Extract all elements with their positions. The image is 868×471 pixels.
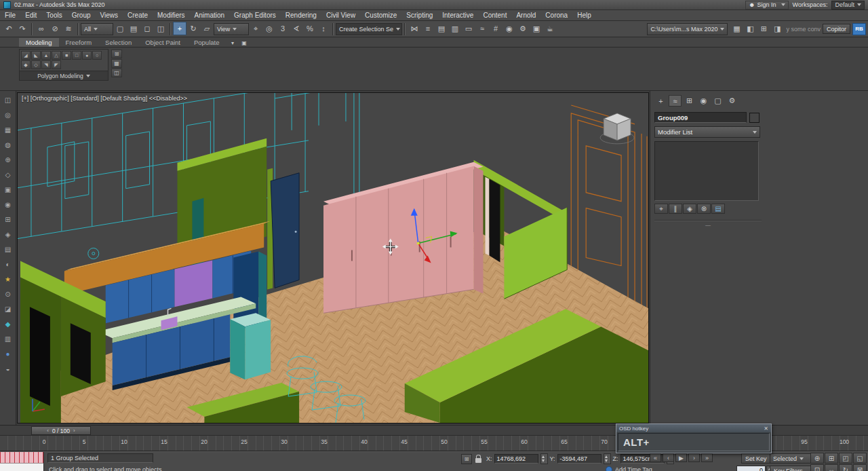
menu-corona[interactable]: Corona (540, 12, 572, 19)
x-spinner[interactable] (540, 453, 548, 464)
zoom-extents-all-icon[interactable]: ◱ (853, 453, 867, 464)
curve-editor-icon[interactable]: ≈ (475, 22, 489, 35)
ribbon-tab-object-paint[interactable]: Object Paint (138, 38, 187, 47)
create-tab-icon[interactable]: + (654, 95, 667, 107)
select-by-name-icon[interactable]: ▤ (127, 22, 140, 36)
hierarchy-tab-icon[interactable]: ⊞ (683, 95, 696, 107)
ribbon-tool-icon-11[interactable]: ◥ (41, 60, 51, 69)
ribbon-tool-icon-9[interactable]: ◆ (21, 60, 31, 69)
go-to-end-icon[interactable]: » (701, 453, 713, 462)
menu-rendering[interactable]: Rendering (281, 12, 321, 19)
side-tool-1-icon[interactable]: ◫ (2, 94, 14, 106)
snaps-toggle-icon[interactable]: 3 (276, 22, 290, 35)
rectangular-selection-icon[interactable]: ◻ (140, 22, 154, 36)
side-tool-17-icon[interactable]: ▥ (2, 333, 14, 345)
selection-filter-dropdown[interactable]: All (81, 23, 113, 35)
side-tool-7-icon[interactable]: ▣ (2, 183, 14, 195)
remove-modifier-icon[interactable]: ⊗ (697, 204, 711, 214)
make-unique-icon[interactable]: ◈ (683, 204, 696, 214)
display-tab-icon[interactable]: ▢ (711, 95, 724, 107)
close-icon[interactable]: ✕ (764, 426, 768, 432)
ribbon-tool-icon-2[interactable]: ◣ (31, 51, 41, 60)
side-tool-11-icon[interactable]: ▤ (2, 243, 14, 255)
side-tool-13-icon[interactable]: ★ (2, 273, 14, 285)
frame-forward-arrow[interactable]: › (73, 428, 75, 434)
side-tool-19-icon[interactable]: ◒ (2, 362, 14, 375)
menu-customize[interactable]: Customize (360, 12, 401, 19)
motion-tab-icon[interactable]: ◉ (697, 95, 710, 107)
select-object-icon[interactable]: ▢ (113, 22, 127, 36)
x-coordinate-field[interactable]: 14768,692 (494, 454, 538, 464)
side-tool-9-icon[interactable]: ⊞ (2, 213, 14, 225)
ribbon-tab-populate[interactable]: Populate (187, 38, 226, 47)
menu-animation[interactable]: Animation (190, 12, 229, 19)
add-time-tag[interactable]: Add Time Tag (606, 466, 652, 471)
spinner-snap-icon[interactable]: ↕ (317, 22, 330, 35)
percent-snap-icon[interactable]: % (303, 22, 317, 35)
side-tool-18-icon[interactable]: ● (2, 347, 14, 360)
ribbon-config-icon[interactable]: ▣ (239, 39, 249, 47)
zoom-icon[interactable]: ⊕ (810, 453, 824, 464)
scene-explorer-icon[interactable]: ▤ (435, 22, 448, 36)
viewport-label[interactable]: [+] [Orthographic] [Standard] [Default S… (22, 95, 187, 102)
side-tool-15-icon[interactable]: ◪ (2, 303, 14, 315)
use-pivot-point-icon[interactable]: ⌖ (249, 22, 262, 36)
go-to-start-icon[interactable]: « (650, 453, 661, 462)
schematic-view-icon[interactable]: # (489, 22, 502, 35)
ribbon-tab-modeling[interactable]: Modeling (19, 38, 59, 47)
ribbon-tab-freeform[interactable]: Freeform (59, 38, 99, 47)
use-selection-center-icon[interactable]: ◎ (262, 22, 276, 36)
key-filter-selected-dropdown[interactable]: Selected (770, 453, 814, 464)
maximize-viewport-toggle-icon[interactable]: ⊠ (853, 464, 867, 471)
utilities-tab-icon[interactable]: ⚙ (726, 95, 738, 107)
side-tool-4-icon[interactable]: ◍ (2, 138, 14, 151)
rb-button[interactable]: RB (852, 23, 866, 35)
modifier-stack[interactable] (654, 141, 759, 201)
menu-help[interactable]: Help (572, 12, 596, 19)
next-frame-icon[interactable]: › (688, 453, 700, 462)
ribbon-tool-icon-6[interactable]: □ (72, 51, 81, 60)
menu-civil-view[interactable]: Civil View (321, 12, 360, 19)
material-editor-icon[interactable]: ◉ (502, 22, 516, 36)
side-tool-6-icon[interactable]: ◇ (2, 168, 14, 181)
configure-modifier-sets-icon[interactable]: ▤ (711, 204, 725, 214)
reference-coordinate-dropdown[interactable]: View (214, 23, 249, 35)
side-tool-2-icon[interactable]: ◎ (2, 109, 14, 121)
viewport-scene[interactable] (18, 93, 648, 423)
menu-modifiers[interactable]: Modifiers (153, 12, 190, 19)
ribbon-tool-icon-4[interactable]: △ (52, 51, 61, 60)
toolbar-extra-icon-3[interactable]: ⊞ (757, 22, 770, 36)
previous-frame-icon[interactable]: ‹ (663, 453, 674, 462)
select-and-move-icon[interactable]: + (173, 22, 186, 35)
toolbar-extra-icon-2[interactable]: ◧ (743, 22, 757, 36)
select-and-rotate-icon[interactable]: ↻ (186, 22, 200, 36)
menu-arnold[interactable]: Arnold (511, 12, 540, 19)
ribbon-tool-icon-12[interactable]: ◤ (52, 60, 61, 69)
modify-tab-icon[interactable]: ≈ (669, 95, 682, 107)
menu-views[interactable]: Views (96, 12, 123, 19)
polygon-modeling-panel-label[interactable]: Polygon Modeling (20, 71, 108, 80)
project-folder-dropdown[interactable]: C:\Users\m...s Max 2020 (647, 23, 728, 35)
toolbar-extra-icon-4[interactable]: ◨ (770, 22, 784, 36)
align-icon[interactable]: ≡ (421, 22, 435, 35)
menu-scripting[interactable]: Scripting (401, 12, 437, 19)
zoom-region-icon[interactable]: ⊡ (810, 464, 824, 471)
y-coordinate-field[interactable]: -3594,487 (557, 454, 601, 464)
window-crossing-icon[interactable]: ◫ (154, 22, 167, 36)
workspaces-dropdown[interactable]: Default (831, 1, 865, 10)
frame-back-arrow[interactable]: ‹ (47, 428, 49, 434)
side-tool-5-icon[interactable]: ⊕ (2, 153, 14, 166)
ribbon-tool-icon-8[interactable]: ○ (92, 51, 102, 60)
redo-icon[interactable]: ↷ (16, 22, 29, 36)
side-tool-14-icon[interactable]: ⊙ (2, 288, 14, 300)
play-icon[interactable]: ▶ (675, 453, 687, 462)
render-setup-icon[interactable]: ⚙ (516, 22, 530, 36)
viewport[interactable]: [+] [Orthographic] [Standard] [Default S… (17, 92, 649, 423)
ribbon-tool-icon-10[interactable]: ◇ (31, 60, 41, 69)
ribbon-tool-icon-3[interactable]: ▲ (41, 51, 51, 60)
named-selection-set-dropdown[interactable]: Create Selection Se (336, 23, 402, 35)
object-color-swatch[interactable] (749, 113, 760, 123)
menu-file[interactable]: File (0, 12, 20, 19)
menu-create[interactable]: Create (123, 12, 153, 19)
pan-icon[interactable]: ⇔ (825, 464, 838, 471)
